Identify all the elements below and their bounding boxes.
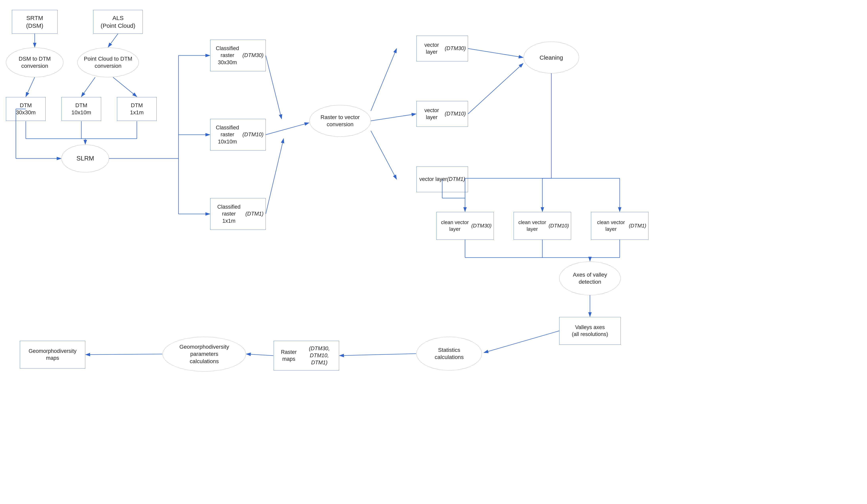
svg-line-21 (371, 131, 397, 179)
svg-line-19 (371, 48, 397, 111)
cvl1-box: clean vector layer(DTM1) (591, 212, 649, 240)
svg-line-17 (266, 123, 309, 135)
svg-line-4 (81, 77, 95, 97)
geo-params-ellipse: Geomorphodiversityparameterscalculations (163, 337, 246, 371)
svg-line-42 (86, 354, 162, 355)
svg-line-18 (266, 139, 283, 214)
axes-detection-ellipse: Axes of valleydetection (559, 262, 621, 295)
diagram-container: SRTM(DSM) ALS(Point Cloud) DSM to DTMcon… (0, 0, 867, 504)
dtm10-box: DTM10x10m (62, 97, 101, 121)
slrm-ellipse: SLRM (62, 145, 109, 172)
dtm30-box: DTM30x30m (6, 97, 46, 121)
cleaning-ellipse: Cleaning (524, 42, 579, 73)
als-box: ALS(Point Cloud) (93, 10, 143, 34)
stats-ellipse: Statisticscalculations (416, 337, 482, 371)
svg-line-39 (484, 331, 559, 353)
vl30-box: vector layer(DTM30) (416, 36, 468, 62)
svg-line-22 (468, 48, 523, 57)
cr30-box: Classified raster30x30m(DTM30) (210, 40, 266, 71)
svg-line-2 (108, 34, 118, 47)
svg-line-5 (113, 77, 137, 97)
svg-line-23 (468, 63, 523, 114)
valleys-axes-box: Valleys axes(all resolutions) (559, 317, 621, 345)
pc-dtm-ellipse: Point Cloud to DTMconversion (77, 47, 139, 77)
cvl30-box: clean vector layer(DTM30) (436, 212, 494, 240)
cr10-box: Classified raster10x10m(DTM10) (210, 119, 266, 151)
dtm1-box: DTM1x1m (117, 97, 157, 121)
r2v-ellipse: Raster to vectorconversion (309, 105, 371, 137)
geo-maps-box: Geomorphodiversitymaps (20, 341, 85, 369)
svg-line-16 (266, 55, 281, 119)
cvl10-box: clean vector layer(DTM10) (514, 212, 571, 240)
svg-line-20 (371, 114, 416, 121)
arrows-svg (0, 0, 867, 504)
cr1-box: Classified raster1x1m(DTM1) (210, 198, 266, 230)
svg-line-3 (26, 77, 35, 97)
vl10-box: vector layer(DTM10) (416, 101, 468, 127)
svg-line-40 (340, 354, 416, 355)
raster-maps-box: Raster maps(DTM30, DTM10,DTM1) (274, 341, 339, 371)
srtm-box: SRTM(DSM) (12, 10, 57, 34)
svg-line-41 (246, 354, 273, 355)
dsm-dtm-ellipse: DSM to DTMconversion (6, 47, 63, 77)
vl1-box: vector layer(DTM1) (416, 166, 468, 192)
